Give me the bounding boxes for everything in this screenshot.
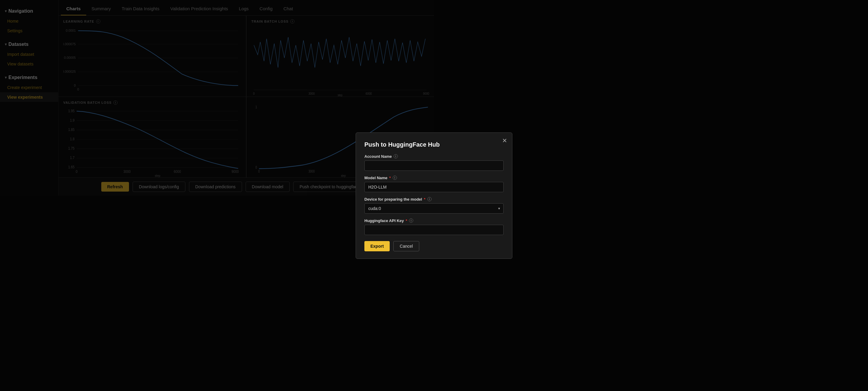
modal-overlay[interactable]: ✕ Push to HuggingFace Hub Account Name i… [0, 0, 434, 196]
model-name-required: * [390, 175, 391, 180]
model-name-info-icon[interactable]: i [393, 175, 397, 180]
model-name-group: Model Name * i [364, 175, 434, 192]
modal-title: Push to HuggingFace Hub [364, 141, 434, 148]
model-name-label: Model Name * i [364, 175, 434, 180]
push-to-huggingface-modal: ✕ Push to HuggingFace Hub Account Name i… [355, 133, 434, 196]
model-name-input[interactable] [364, 182, 434, 192]
account-name-info-icon[interactable]: i [394, 154, 398, 159]
account-name-input[interactable] [364, 161, 434, 171]
account-name-label: Account Name i [364, 154, 434, 159]
account-name-group: Account Name i [364, 154, 434, 171]
